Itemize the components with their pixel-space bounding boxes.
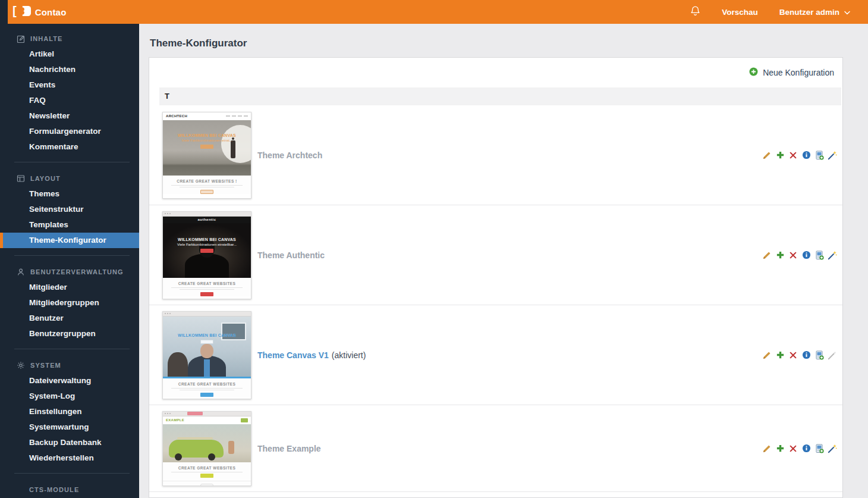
sidebar-section-system: SYSTEM Dateiverwaltung System-Log Einste… — [0, 350, 139, 466]
sidebar-header-system[interactable]: SYSTEM — [0, 358, 139, 373]
topbar-notch — [0, 0, 8, 24]
user-menu[interactable]: Benutzer admin — [779, 8, 850, 17]
info-icon[interactable] — [801, 350, 812, 361]
thumb-decor: ARCHTECH — [163, 112, 251, 120]
contao-brand[interactable]: [ Contao — [12, 5, 67, 19]
sidebar-item-systemwartung[interactable]: Systemwartung — [0, 419, 139, 435]
sidebar-item-benutzergruppen[interactable]: Benutzergruppen — [0, 326, 139, 342]
sidebar-item-formulargenerator[interactable]: Formulargenerator — [0, 124, 139, 139]
sidebar-item-artikel[interactable]: Artikel — [0, 46, 139, 62]
new-configuration-label: Neue Konfiguration — [763, 68, 834, 77]
thumb-decor — [226, 115, 248, 117]
new-configuration-button[interactable]: Neue Konfiguration — [149, 58, 842, 87]
sidebar-item-wiederherstellen[interactable]: Wiederherstellen — [0, 450, 139, 466]
section-label: BENUTZERVERWALTUNG — [30, 268, 124, 275]
section-label: CTS-MODULE — [29, 486, 79, 493]
theme-name: Theme Archtech — [257, 151, 322, 160]
thumb-text: CREATE GREAT WEBSITES — [163, 281, 251, 286]
sidebar-item-nachrichten[interactable]: Nachrichten — [0, 62, 139, 77]
chevron-down-icon — [844, 8, 850, 17]
group-header-t: T — [159, 87, 841, 105]
thumb-text: WILLKOMMEN BEI CANVAS — [163, 133, 251, 137]
contao-logo-bracket: [ — [12, 5, 17, 17]
thumb-decor: CREATE GREAT WEBSITES ! — [163, 176, 251, 194]
activate-wand-icon[interactable] — [827, 150, 838, 161]
thumb-text: CREATE GREAT WEBSITES — [163, 382, 251, 386]
duplicate-plus-icon[interactable] — [775, 150, 785, 161]
row-actions — [762, 250, 838, 261]
delete-x-icon[interactable] — [788, 150, 798, 161]
edit-icon — [17, 35, 25, 43]
thumb-decor: CREATE GREAT WEBSITES — [163, 278, 251, 296]
sidebar-item-seitenstruktur[interactable]: Seitenstruktur — [0, 202, 139, 217]
edit-pencil-icon[interactable] — [762, 443, 772, 454]
theme-name: Theme Authentic — [257, 250, 325, 260]
contao-logo-icon — [20, 5, 32, 19]
brand-name: Contao — [35, 7, 67, 17]
thumb-text: Viele Farbkombinationen einst... — [163, 139, 251, 142]
topbar-right: Vorschau Benutzer admin — [690, 5, 868, 18]
sidebar-item-faq[interactable]: FAQ — [0, 93, 139, 108]
theme-name-link[interactable]: Theme Canvas V1 — [257, 350, 329, 360]
thumb-logo: authentic — [197, 218, 216, 221]
sidebar-section-layout: LAYOUT Themes Seitenstruktur Templates T… — [0, 164, 139, 248]
sidebar-item-backup-datenbank[interactable]: Backup Datenbank — [0, 435, 139, 450]
sidebar-divider — [14, 162, 130, 162]
sidebar-item-benutzer[interactable]: Benutzer — [0, 311, 139, 326]
sidebar-item-kommentare[interactable]: Kommentare — [0, 139, 139, 155]
edit-pencil-icon[interactable] — [762, 350, 772, 361]
export-theme-icon[interactable] — [814, 350, 825, 361]
thumb-decor — [163, 312, 251, 317]
duplicate-plus-icon[interactable] — [775, 350, 785, 361]
activated-suffix: (aktiviert) — [332, 350, 366, 360]
thumb-text: CREATE GREAT WEBSITES ! — [163, 179, 251, 183]
sidebar-item-themes[interactable]: Themes — [0, 186, 139, 202]
sidebar-item-mitglieder[interactable]: Mitglieder — [0, 280, 139, 295]
activate-wand-icon[interactable] — [827, 443, 838, 454]
info-icon[interactable] — [801, 443, 812, 454]
sidebar-item-dateiverwaltung[interactable]: Dateiverwaltung — [0, 373, 139, 389]
sidebar-divider — [14, 255, 130, 256]
info-icon[interactable] — [801, 250, 812, 261]
sidebar-item-events[interactable]: Events — [0, 77, 139, 93]
delete-x-icon[interactable] — [788, 350, 798, 361]
sidebar-header-inhalte[interactable]: INHALTE — [0, 31, 139, 46]
sidebar-navigation: INHALTE Artikel Nachrichten Events FAQ N… — [0, 24, 139, 498]
sidebar-item-einstellungen[interactable]: Einstellungen — [0, 404, 139, 419]
delete-x-icon[interactable] — [788, 443, 798, 454]
add-circle-icon — [749, 67, 758, 78]
thumb-decor: CREATE GREAT WEBSITES — [163, 462, 251, 486]
main-content: Theme-Konfigurator Neue Konfiguration T … — [139, 24, 868, 498]
thumb-text: Viele Farbkombinationen einstellbar... — [163, 243, 251, 246]
sidebar-item-system-log[interactable]: System-Log — [0, 389, 139, 404]
theme-name: Theme Canvas V1(aktiviert) — [257, 350, 366, 360]
export-theme-icon[interactable] — [814, 443, 825, 454]
edit-pencil-icon[interactable] — [762, 150, 772, 161]
sidebar-divider — [14, 349, 130, 349]
sidebar-item-newsletter[interactable]: Newsletter — [0, 108, 139, 124]
edit-pencil-icon[interactable] — [762, 250, 772, 261]
row-actions — [762, 350, 838, 361]
preview-link[interactable]: Vorschau — [722, 8, 758, 17]
table-row: ARCHTECH WILLKOMMEN BEI CANVAS Viele Far… — [149, 105, 842, 205]
theme-list-panel: Neue Konfiguration T ARCHTECH WILLKOMMEN… — [149, 57, 843, 498]
sidebar-header-layout[interactable]: LAYOUT — [0, 171, 139, 186]
topbar: [ Contao Vorschau Benutzer admin — [0, 0, 868, 24]
sidebar-header-benutzerverwaltung[interactable]: BENUTZERVERWALTUNG — [0, 264, 139, 280]
delete-x-icon[interactable] — [788, 250, 798, 261]
notifications-bell-icon[interactable] — [690, 5, 700, 18]
sidebar-item-theme-konfigurator[interactable]: Theme-Konfigurator — [0, 233, 139, 248]
duplicate-plus-icon[interactable] — [775, 443, 785, 454]
gear-icon — [17, 361, 25, 369]
thumb-decor — [163, 424, 251, 462]
export-theme-icon[interactable] — [814, 150, 825, 161]
export-theme-icon[interactable] — [814, 250, 825, 261]
duplicate-plus-icon[interactable] — [775, 250, 785, 261]
sidebar-header-cts-module[interactable]: CTS-MODULE — [0, 482, 139, 497]
sidebar-item-mitgliedergruppen[interactable]: Mitgliedergruppen — [0, 295, 139, 311]
theme-thumbnail-canvas: WILLKOMMEN BEI CANVAS CREATE GREAT WEBSI… — [162, 311, 251, 399]
thumb-decor: authentic — [163, 217, 251, 223]
info-icon[interactable] — [801, 150, 812, 161]
sidebar-item-templates[interactable]: Templates — [0, 217, 139, 233]
activate-wand-icon[interactable] — [827, 250, 838, 261]
